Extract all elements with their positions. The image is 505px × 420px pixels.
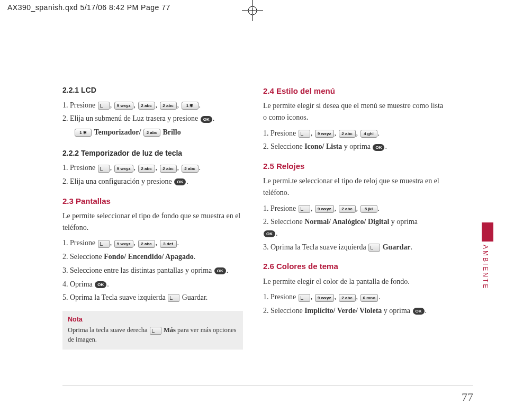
heading-2-3: 2.3 Pantallas (62, 195, 243, 207)
text: 2. Elija una configuración y presione (62, 177, 174, 185)
heading-2-2-1: 2.2.1 LCD (62, 85, 243, 96)
ok-key: OK (214, 267, 226, 274)
step-text: 1. Presione , 9 wxyz, 2 abc, 5 jkl. (263, 203, 444, 215)
text: 3. Seleccione entre las distintas pantal… (62, 266, 214, 274)
key-4: 4 ghi (360, 130, 377, 138)
text: y oprima (384, 307, 412, 315)
ok-key: OK (95, 281, 106, 288)
text: Fondo/ Encendido/ Apagado (104, 253, 194, 261)
step-text: 1. Presione , 9 wxyz, 2 abc, 2 abc, 1 ✱. (62, 100, 243, 111)
step-text: 4. Oprima OK. (62, 279, 243, 290)
step-text: 3. Seleccione entre las distintas pantal… (62, 265, 243, 276)
step-text: 2. Seleccione Normal/ Analógico/ Digital… (263, 216, 444, 239)
footer-rule (62, 386, 473, 386)
heading-2-6: 2.6 Colores de tema (263, 260, 444, 272)
key-2: 2 abc (339, 205, 356, 213)
right-column: 2.4 Estilo del menú Le permite elegir si… (263, 85, 444, 403)
paragraph: Le permite seleccionar el tipo de fondo … (62, 210, 243, 233)
text: 2. Elija un submenú de Luz trasera y pre… (62, 114, 200, 122)
soft-key-icon (168, 294, 179, 302)
left-column: 2.2.1 LCD 1. Presione , 9 wxyz, 2 abc, 2… (62, 85, 243, 403)
key-2: 2 abc (339, 294, 356, 302)
soft-key-icon (299, 205, 310, 213)
text: 1. Presione (263, 129, 298, 137)
soft-key-icon (368, 244, 380, 252)
crop-header-text: AX390_spanish.qxd 5/17/06 8:42 PM Page 7… (7, 3, 170, 12)
step-text: 1. Presione , 9 wxyz, 2 abc, 6 mno. (263, 291, 444, 303)
ok-key: OK (373, 144, 384, 151)
key-1: 1 ✱ (182, 102, 199, 110)
text: Guardar (383, 243, 411, 251)
paragraph: Le permite elegir si desea que el menú s… (263, 100, 444, 123)
text: 4. Oprima (62, 280, 94, 288)
text: 2. Seleccione (263, 142, 304, 150)
soft-key-icon (98, 240, 110, 248)
crop-mark-icon (242, 0, 263, 21)
text: Brillo (163, 128, 181, 136)
key-2: 2 abc (138, 102, 155, 110)
ok-key: OK (201, 116, 212, 123)
key-9: 9 wxyz (114, 165, 133, 173)
text: Icono/ Lista (304, 142, 342, 150)
text: Normal/ Analógico/ Digital (304, 218, 389, 226)
key-2: 2 abc (160, 165, 177, 173)
text: y oprima (391, 218, 418, 226)
key-2: 2 abc (138, 240, 155, 248)
text: 1. Presione (263, 204, 298, 212)
key-9: 9 wxyz (114, 240, 133, 248)
text: Más (164, 326, 176, 334)
key-3: 3 def (160, 240, 177, 248)
step-text: 1. Presione , 9 wxyz, 2 abc, 3 def. (62, 237, 243, 249)
soft-key-icon (299, 294, 310, 302)
note-body: Oprima la tecla suave derecha Más para v… (68, 326, 238, 344)
ok-key: OK (174, 178, 186, 185)
soft-key-icon (150, 327, 161, 335)
text: 1. Presione (62, 164, 97, 172)
step-text: 2. Elija un submenú de Luz trasera y pre… (62, 113, 243, 124)
note-box: Nota Oprima la tecla suave derecha Más p… (62, 311, 243, 350)
key-2: 2 abc (160, 102, 177, 110)
text: 3. Oprima la Tecla suave izquierda (263, 243, 368, 251)
key-6: 6 mno (360, 294, 378, 302)
key-9: 9 wxyz (315, 130, 334, 138)
heading-2-4: 2.4 Estilo del menú (263, 85, 444, 97)
heading-2-5: 2.5 Relojes (263, 160, 444, 172)
text: Guardar. (182, 293, 208, 301)
key-2: 2 abc (138, 165, 155, 173)
text: Implícito/ Verde/ Violeta (304, 307, 382, 315)
text: 2. Seleccione (263, 307, 304, 315)
page-number: 77 (462, 390, 473, 404)
heading-2-2-2: 2.2.2 Temporizador de luz de tecla (62, 148, 243, 159)
text: y oprima (344, 142, 373, 150)
step-text: 3. Oprima la Tecla suave izquierda Guard… (263, 242, 444, 253)
step-text: 2. Seleccione Fondo/ Encendido/ Apagado. (62, 251, 243, 263)
text: Oprima la tecla suave derecha (68, 326, 149, 334)
step-text: 2. Elija una configuración y presione OK… (62, 176, 243, 187)
key-5: 5 jkl (360, 205, 377, 213)
key-9: 9 wxyz (114, 102, 133, 110)
step-text: 1. Presione , 9 wxyz, 2 abc, 2 abc, 2 ab… (62, 162, 243, 174)
text: 1. Presione (263, 293, 298, 301)
text: 2. Seleccione (263, 218, 304, 226)
ok-key: OK (264, 230, 275, 237)
step-text: 2. Seleccione Implícito/ Verde/ Violeta … (263, 305, 444, 317)
soft-key-icon (98, 165, 110, 173)
text: 5. Oprima la Tecla suave izquierda (62, 293, 167, 301)
step-text: 1. Presione , 9 wxyz, 2 abc, 4 ghi. (263, 128, 444, 139)
key-9: 9 wxyz (315, 294, 334, 302)
paragraph: Le permite elegir el color de la pantall… (263, 276, 444, 288)
note-title: Nota (68, 315, 238, 325)
step-text: 5. Oprima la Tecla suave izquierda Guard… (62, 292, 243, 303)
text: Temporizador/ (94, 128, 143, 136)
side-color-tab (482, 222, 493, 242)
key-1: 1 ✱ (75, 129, 92, 137)
key-9: 9 wxyz (315, 205, 334, 213)
text: 1. Presione (62, 101, 97, 109)
text: 1. Presione (62, 239, 97, 247)
page-body: 2.2.1 LCD 1. Presione , 9 wxyz, 2 abc, 2… (62, 85, 444, 403)
option-row: 1 ✱ Temporizador/ 2 abc Brillo (62, 127, 243, 138)
soft-key-icon (299, 130, 310, 138)
side-tab: AMBIENTE (482, 222, 493, 302)
key-2: 2 abc (143, 129, 160, 137)
key-2: 2 abc (339, 130, 356, 138)
